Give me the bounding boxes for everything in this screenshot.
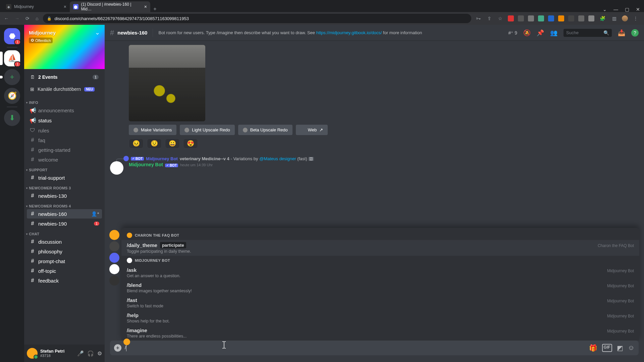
chevron-down-icon[interactable]: ⌄ [603,7,607,12]
members-icon[interactable]: 👥 [550,29,557,37]
channel-discussion[interactable]: #discussion [27,237,102,246]
topic-link[interactable]: https://midjourney.gitbook.io/docs/ [316,30,382,35]
app-icon[interactable] [109,276,119,286]
message-list[interactable]: Make VariationsLight Upscale RedoBeta Up… [105,41,644,341]
search-input[interactable]: Suche 🔍 [564,29,612,37]
server-header[interactable]: Midjourney ⌄ ✪ Öffentlich [24,25,105,69]
category-label[interactable]: NEWCOMER ROOMS 4 [24,201,105,209]
back-icon[interactable]: ← [3,16,10,21]
app-icon[interactable] [109,253,119,263]
browser-tab-midjourney[interactable]: ◆ Midjourney × [3,1,70,12]
share-icon[interactable]: ⇪ [486,16,493,21]
key-icon[interactable]: 🗝 [475,16,482,21]
message-author[interactable]: Midjourney Bot [129,162,163,167]
browser-tab-discord[interactable]: ⬤ (1) Discord | #newbies-160 | Mid… × [70,1,150,12]
discover-button[interactable]: 🧭 [4,88,20,104]
mention[interactable]: @Mateus designer [259,156,296,161]
chevron-down-icon[interactable]: ⌄ [95,29,100,36]
deafen-icon[interactable]: 🎧 [87,350,94,357]
channel-rules[interactable]: 🛡rules [27,126,102,135]
message-avatar[interactable] [110,161,123,175]
close-icon[interactable]: × [64,4,66,9]
new-tab-button[interactable]: + [150,6,160,12]
browse-channels-button[interactable]: ⊞ Kanäle durchstöbern NEU [27,84,102,94]
channel-feedback[interactable]: #feedback [27,276,102,285]
events-button[interactable]: 🗓 2 Events 1 [27,72,102,82]
category-label[interactable]: INFO [24,97,105,105]
settings-icon[interactable]: ⚙ [97,350,102,357]
extension-icon[interactable] [588,15,594,21]
emoji-icon[interactable]: ☺ [628,344,635,352]
channel-welcome[interactable]: #welcome [27,155,102,164]
extension-icon[interactable] [508,15,514,21]
extension-icon[interactable] [528,15,534,21]
channel-newbies-160[interactable]: #newbies-160👤⁺ [27,209,102,219]
threads-button[interactable]: #⁺ 9 [508,30,517,36]
extension-icon[interactable] [518,15,524,21]
extension-icon[interactable] [538,15,544,21]
command-option[interactable]: Midjourney Bot/fastSwitch to fast mode [121,295,639,310]
category-label[interactable]: SUPPORT [24,165,105,173]
star-icon[interactable]: ☆ [497,16,504,21]
category-label[interactable]: CHAT [24,229,105,237]
extension-icon[interactable] [548,15,554,21]
channel-trial-support[interactable]: #trial-support [27,173,102,182]
extensions-menu-icon[interactable]: 🧩 [598,16,607,21]
mute-icon[interactable]: 🎤 [77,350,84,357]
inbox-icon[interactable]: 📥 [618,29,625,37]
command-option[interactable]: Midjourney Bot/imagineThere are endless … [121,325,639,341]
minimize-icon[interactable]: — [613,7,618,12]
channel-status[interactable]: 📢status [27,116,102,125]
channel-newbies-130[interactable]: #newbies-130 [27,191,102,200]
user-avatar[interactable] [27,348,38,359]
reaction-button[interactable]: 😍 [183,138,198,148]
server-midjourney[interactable]: ⛵ 1 [4,50,20,66]
command-option[interactable]: Midjourney Bot/askGet an answer to a que… [121,265,639,280]
home-icon[interactable]: ⌂ [34,16,40,21]
action-web[interactable]: Web↗ [296,125,328,135]
gif-icon[interactable]: GIF [602,344,612,352]
message-input[interactable]: + / 🎁 GIF ◩ ☺ [110,341,639,355]
home-button[interactable]: ⬣ 1 [4,28,20,44]
profile-avatar-icon[interactable] [622,15,628,21]
channel-prompt-chat[interactable]: #prompt-chat [27,256,102,266]
maximize-icon[interactable]: ▢ [625,7,629,12]
reaction-button[interactable]: 😣 [129,138,144,148]
category-label[interactable]: NEWCOMER ROOMS 3 [24,183,105,191]
gift-icon[interactable]: 🎁 [589,344,597,352]
address-bar[interactable]: 🔒 discord.com/channels/66226797698429747… [43,14,471,23]
sidepanel-icon[interactable]: ▥ [611,16,618,21]
generated-image[interactable] [129,45,205,121]
close-window-icon[interactable]: ✕ [636,7,640,12]
app-icon[interactable] [109,241,119,251]
channel-newbies-190[interactable]: #newbies-1901 [27,219,102,228]
channel-faq[interactable]: #faq [27,135,102,145]
command-option[interactable]: Midjourney Bot/blendBlend images togethe… [121,280,639,295]
create-invite-icon[interactable]: 👤⁺ [91,211,99,217]
reaction-button[interactable]: 😟 [147,138,162,148]
reaction-button[interactable]: 😀 [165,138,180,148]
close-icon[interactable]: × [144,4,147,9]
app-icon[interactable] [109,230,119,240]
action-beta-upscale-redo[interactable]: Beta Upscale Redo [238,125,292,135]
reply-preview[interactable]: BOT Midjourney Bot veterinary Medicine--… [105,155,644,161]
channel-getting-started[interactable]: #getting-started [27,145,102,155]
notifications-icon[interactable]: 🔕 [523,29,531,37]
channel-off-topic[interactable]: #off-topic [27,266,102,276]
extension-icon[interactable] [558,15,564,21]
action-make-variations[interactable]: Make Variations [129,125,176,135]
help-icon[interactable]: ? [631,29,639,37]
extension-icon[interactable] [568,15,574,21]
menu-icon[interactable]: ⋮ [632,16,639,21]
add-server-button[interactable]: + [4,69,20,85]
channel-topic[interactable]: Bot room for new users. Type /imagine th… [158,30,505,35]
extension-icon[interactable] [578,15,584,21]
action-light-upscale-redo[interactable]: Light Upscale Redo [180,125,234,135]
app-icon[interactable] [109,264,119,274]
attach-button[interactable]: + [114,344,121,352]
sticker-icon[interactable]: ◩ [617,344,623,352]
command-option[interactable]: Charon the FAQ Bot/daily_themeparticipat… [121,240,639,256]
pinned-icon[interactable]: 📌 [537,29,544,37]
channel-philosophy[interactable]: #philosophy [27,247,102,256]
forward-icon[interactable]: → [13,16,21,21]
